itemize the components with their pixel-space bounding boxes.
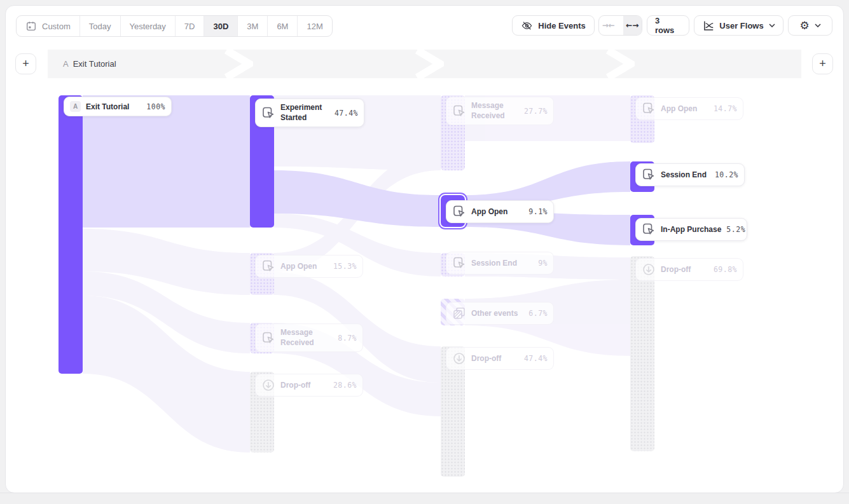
node-bar-exit-tutorial[interactable] [59,95,83,374]
date-range-custom[interactable]: Custom [17,16,80,36]
calendar-icon [25,20,37,32]
dropoff-icon [452,351,466,365]
event-icon [452,205,466,219]
node-card-message-received[interactable]: Message Received 8.7% [255,324,363,352]
event-icon [642,168,656,182]
step-chevron-icon [605,50,635,78]
node-card-app-open[interactable]: App Open 15.3% [255,255,363,278]
node-card-dropoff[interactable]: Drop-off 47.4% [446,347,554,370]
date-range-yesterday[interactable]: Yesterday [121,16,176,36]
date-range-today[interactable]: Today [80,16,121,36]
add-step-left-button[interactable]: + [15,53,36,74]
view-selector-button[interactable]: User Flows [694,15,783,36]
step-title: Exit Tutorial [73,59,116,69]
step-chevron-icon [415,50,444,78]
event-icon [261,106,275,120]
rows-button[interactable]: 3 rows [647,15,689,36]
node-card-session-end[interactable]: Session End 9% [446,252,554,275]
date-range-picker: Custom Today Yesterday 7D 30D 3M 6M 12M [16,15,333,37]
dropoff-icon [642,262,656,276]
date-range-7d[interactable]: 7D [176,16,205,36]
node-card-other-events[interactable]: Other events 6.7% [446,302,554,325]
step-chevron-icon [224,50,253,78]
node-card-dropoff[interactable]: Drop-off 28.6% [255,374,363,397]
expand-columns-button[interactable]: ←→ [623,16,642,35]
event-icon [261,259,275,273]
gear-icon: ⚙ [799,20,809,31]
event-icon [261,331,275,345]
plus-icon: + [22,57,29,71]
event-icon [642,222,656,236]
date-range-3m[interactable]: 3M [238,16,268,36]
hide-events-button[interactable]: Hide Events [512,15,595,36]
other-events-icon [452,306,466,320]
step-badge: A [63,59,69,69]
event-icon [452,256,466,270]
event-icon [642,102,656,116]
node-bar-dropoff[interactable] [630,256,654,451]
plus-icon: + [819,57,826,71]
date-range-6m[interactable]: 6M [268,16,298,36]
user-flows-app: Custom Today Yesterday 7D 30D 3M 6M 12M … [0,0,849,504]
settings-button[interactable]: ⚙ [788,15,832,36]
event-icon [452,104,466,118]
event-a-badge: A [70,101,81,112]
node-card-in-app-purchase[interactable]: In-App Purchase 5.2% [635,218,747,241]
user-flows-icon [702,20,714,32]
node-card-message-received[interactable]: Message Received 27.7% [446,97,554,125]
eye-off-icon [521,20,533,32]
collapse-expand-toggle: →← ←→ [598,15,642,36]
node-card-dropoff[interactable]: Drop-off 69.8% [635,258,743,281]
node-card-exit-tutorial[interactable]: A Exit Tutorial 100% [64,97,172,116]
dropoff-icon [261,378,275,392]
node-card-session-end[interactable]: Session End 10.2% [635,163,745,186]
date-range-12m[interactable]: 12M [298,16,331,36]
node-card-app-open[interactable]: App Open 14.7% [635,97,743,120]
node-card-experiment-started[interactable]: Experiment Started 47.4% [255,99,364,127]
node-card-app-open-selected[interactable]: App Open 9.1% [446,200,554,223]
chevron-down-icon [815,24,821,27]
collapse-columns-button[interactable]: →← [599,16,618,35]
chevron-down-icon [769,24,775,27]
add-step-right-button[interactable]: + [812,53,833,74]
step-a-label[interactable]: A Exit Tutorial [63,50,116,78]
date-range-30d[interactable]: 30D [204,16,238,36]
step-banner: A Exit Tutorial [48,50,801,78]
date-range-label: Custom [42,22,71,31]
